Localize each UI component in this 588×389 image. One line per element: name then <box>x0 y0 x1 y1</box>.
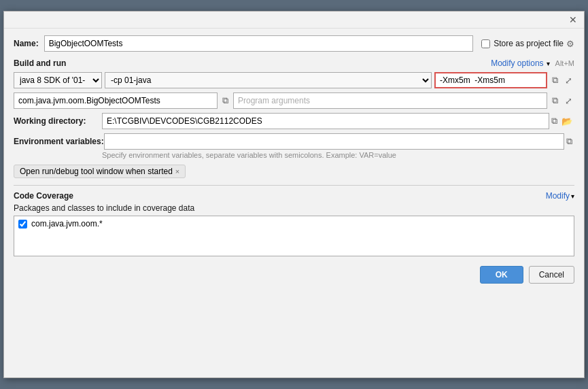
env-vars-hint: Specify environment variables, separate … <box>102 151 574 159</box>
coverage-list: com.java.jvm.oom.* <box>14 216 574 256</box>
store-project-checkbox[interactable] <box>481 39 490 48</box>
vm-copy-icon[interactable]: ⧉ <box>550 73 560 87</box>
coverage-item-label: com.java.jvm.oom.* <box>31 219 103 229</box>
main-class-copy-icon[interactable]: ⧉ <box>220 94 230 107</box>
build-run-row1: java 8 SDK of '01- -cp 01-java ⧉ ⤢ <box>14 72 574 88</box>
modify-coverage-group: Modify ▾ <box>546 191 574 201</box>
name-input[interactable] <box>44 35 474 52</box>
build-run-row2: ⧉ ⧉ ⤢ <box>14 92 574 109</box>
working-dir-folder-icon[interactable]: 📂 <box>559 115 574 128</box>
env-vars-copy-icon[interactable]: ⧉ <box>564 135 574 148</box>
tags-row: Open run/debug tool window when started … <box>14 165 574 178</box>
prog-args-copy-icon[interactable]: ⧉ <box>550 94 560 107</box>
modify-options-link[interactable]: Modify options <box>491 58 543 68</box>
chevron-down-icon: ▾ <box>547 60 550 67</box>
code-coverage-title: Code Coverage <box>14 191 73 201</box>
modify-options-group: Modify options ▾ Alt+M <box>491 58 574 68</box>
vm-expand-icon[interactable]: ⤢ <box>563 74 574 87</box>
tag-close-icon[interactable]: × <box>175 167 179 175</box>
gear-icon[interactable]: ⚙ <box>566 39 574 49</box>
title-bar: ✕ <box>4 12 584 29</box>
divider <box>14 185 574 186</box>
shortcut-label: Alt+M <box>555 59 574 67</box>
cp-select[interactable]: -cp 01-java <box>105 72 432 88</box>
modify-coverage-link[interactable]: Modify <box>546 191 570 201</box>
close-button[interactable]: ✕ <box>566 14 580 25</box>
build-run-title: Build and run <box>14 58 66 68</box>
store-project-label: Store as project file <box>494 39 564 48</box>
list-item: Open run/debug tool window when started … <box>14 165 186 178</box>
working-dir-input[interactable] <box>102 113 549 129</box>
ok-button[interactable]: OK <box>480 266 523 284</box>
list-item: com.java.jvm.oom.* <box>18 219 570 229</box>
working-dir-label: Working directory: <box>14 116 102 126</box>
program-args-input[interactable] <box>233 92 547 109</box>
coverage-chevron-icon: ▾ <box>571 192 574 200</box>
name-row: Name: Store as project file ⚙ <box>14 35 574 52</box>
tag-label: Open run/debug tool window when started <box>20 167 173 176</box>
coverage-desc: Packages and classes to include in cover… <box>14 203 574 213</box>
name-label: Name: <box>14 39 39 48</box>
env-vars-row: Environment variables: ⧉ <box>14 133 574 150</box>
cancel-button[interactable]: Cancel <box>529 266 574 284</box>
store-project-group: Store as project file ⚙ <box>481 39 574 49</box>
sdk-select[interactable]: java 8 SDK of '01- <box>14 72 102 88</box>
prog-args-expand-icon[interactable]: ⤢ <box>563 95 574 107</box>
working-dir-row: Working directory: ⧉ 📂 <box>14 113 574 129</box>
buttons-row: OK Cancel <box>14 263 574 284</box>
coverage-item-checkbox[interactable] <box>18 220 27 229</box>
code-coverage-header: Code Coverage Modify ▾ <box>14 191 574 201</box>
env-vars-input[interactable] <box>104 133 564 150</box>
vm-options-input[interactable] <box>434 72 547 88</box>
main-class-input[interactable] <box>14 92 218 109</box>
working-dir-copy-icon[interactable]: ⧉ <box>549 114 559 128</box>
env-vars-label: Environment variables: <box>14 137 104 146</box>
run-debug-dialog: ✕ Name: Store as project file ⚙ Build an… <box>3 11 585 378</box>
dialog-content: Name: Store as project file ⚙ Build and … <box>4 29 584 292</box>
build-run-section-header: Build and run Modify options ▾ Alt+M <box>14 58 574 68</box>
